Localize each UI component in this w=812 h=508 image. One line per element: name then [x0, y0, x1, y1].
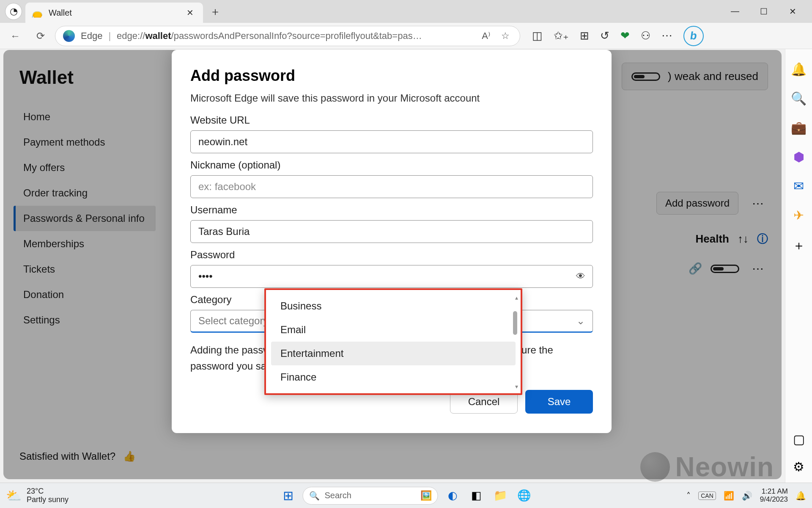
- nickname-input[interactable]: [190, 175, 593, 198]
- more-menu-icon[interactable]: ⋯: [661, 29, 672, 42]
- window-controls: — ☐ ✕: [725, 6, 812, 17]
- tab-title: Wallet: [49, 8, 177, 18]
- tray-notifications-icon[interactable]: 🔔: [796, 491, 806, 501]
- tray-volume-icon[interactable]: 🔊: [742, 491, 752, 501]
- favorite-star-icon[interactable]: ☆: [499, 30, 512, 41]
- page-content: Wallet HomePayment methodsMy offersOrder…: [3, 50, 782, 479]
- notification-bell-icon[interactable]: 🔔: [791, 62, 807, 77]
- search-highlight-icon: 🖼️: [420, 490, 432, 501]
- collections-icon[interactable]: ⊞: [580, 29, 589, 42]
- send-icon[interactable]: ✈: [793, 208, 804, 223]
- category-dropdown-popup: ▴ ▾ BusinessEmailEntertainmentFinance: [264, 288, 522, 395]
- category-option-finance[interactable]: Finance: [266, 365, 521, 389]
- close-tab-icon[interactable]: ✕: [183, 6, 197, 19]
- read-aloud-icon[interactable]: A⁾: [479, 30, 493, 41]
- add-sidebar-icon[interactable]: ＋: [793, 237, 805, 254]
- dialog-title: Add password: [190, 67, 593, 85]
- performance-icon[interactable]: ❤: [620, 29, 630, 42]
- url-label: Website URL: [190, 114, 593, 126]
- category-option-business[interactable]: Business: [266, 294, 521, 318]
- address-url: edge://wallet/passwordsAndPersonalInfo?s…: [117, 30, 473, 41]
- taskbar-app-copilot[interactable]: ◐: [444, 487, 462, 505]
- scroll-down-arrow-icon[interactable]: ▾: [515, 383, 518, 390]
- sidebar-settings-icon[interactable]: ⚙: [793, 459, 804, 474]
- website-url-input[interactable]: [190, 130, 593, 153]
- password-label: Password: [190, 249, 593, 261]
- tray-clock[interactable]: 1:21 AM 9/4/2023: [760, 488, 788, 503]
- tray-chevron-icon[interactable]: ˄: [686, 491, 691, 501]
- category-option-email[interactable]: Email: [266, 318, 521, 342]
- search-icon: 🔍: [309, 491, 320, 501]
- chevron-down-icon: ⌄: [576, 315, 585, 327]
- taskbar-weather[interactable]: ⛅ 23°C Partly sunny: [6, 487, 69, 504]
- category-option-entertainment[interactable]: Entertainment: [271, 342, 516, 365]
- sidebar-collapse-icon[interactable]: ▢: [793, 432, 805, 447]
- bing-sidebar-button[interactable]: b: [683, 26, 704, 46]
- maximize-button[interactable]: ☐: [754, 6, 774, 17]
- password-input[interactable]: [190, 265, 593, 288]
- office-icon[interactable]: ⬢: [793, 149, 804, 164]
- browser-toolbar: ← ⟳ Edge | edge://wallet/passwordsAndPer…: [0, 23, 812, 49]
- taskbar-app-edge[interactable]: 🌐: [515, 487, 533, 505]
- nickname-label: Nickname (optional): [190, 159, 593, 171]
- window-titlebar: ◔ 👝 Wallet ✕ ＋ — ☐ ✕: [0, 0, 812, 23]
- reveal-password-icon[interactable]: 👁: [576, 271, 585, 282]
- address-bar[interactable]: Edge | edge://wallet/passwordsAndPersona…: [55, 26, 520, 46]
- close-window-button[interactable]: ✕: [782, 6, 803, 17]
- history-icon[interactable]: ↺: [600, 29, 609, 42]
- browser-tab[interactable]: 👝 Wallet ✕: [25, 3, 203, 23]
- address-brand: Edge: [81, 30, 102, 41]
- favorites-icon[interactable]: ✩₊: [554, 29, 569, 42]
- back-button[interactable]: ←: [4, 25, 26, 47]
- tray-lang[interactable]: CAN: [698, 491, 716, 500]
- wallet-icon: 👝: [31, 7, 43, 18]
- new-tab-button[interactable]: ＋: [203, 4, 228, 19]
- dialog-subtitle: Microsoft Edge will save this password i…: [190, 92, 593, 104]
- outlook-icon[interactable]: ✉: [793, 179, 804, 193]
- taskbar-search[interactable]: 🔍 Search 🖼️: [303, 487, 438, 505]
- taskbar-app-taskview[interactable]: ◧: [468, 487, 486, 505]
- tray-wifi-icon[interactable]: 📶: [724, 491, 734, 501]
- refresh-button[interactable]: ⟳: [30, 25, 52, 47]
- scroll-up-arrow-icon[interactable]: ▴: [515, 294, 518, 301]
- search-icon[interactable]: 🔍: [791, 91, 807, 106]
- edge-logo-icon: [63, 30, 75, 42]
- app-logo-icon: ◔: [5, 3, 22, 20]
- windows-taskbar: ⛅ 23°C Partly sunny ⊞ 🔍 Search 🖼️ ◐ ◧ 📁 …: [0, 483, 812, 508]
- start-button[interactable]: ⊞: [280, 488, 297, 503]
- profile-icon[interactable]: ⚇: [641, 29, 650, 42]
- shopping-icon[interactable]: 💼: [791, 120, 807, 135]
- username-label: Username: [190, 204, 593, 216]
- split-screen-icon[interactable]: ◫: [532, 29, 543, 42]
- save-button[interactable]: Save: [525, 390, 593, 414]
- scrollbar-thumb[interactable]: [513, 311, 517, 335]
- minimize-button[interactable]: —: [725, 6, 745, 17]
- weather-icon: ⛅: [6, 488, 22, 503]
- taskbar-app-explorer[interactable]: 📁: [491, 487, 509, 505]
- system-tray: ˄ CAN 📶 🔊 1:21 AM 9/4/2023 🔔: [686, 488, 806, 503]
- edge-sidebar: 🔔 🔍 💼 ⬢ ✉ ✈ ＋ ▢ ⚙: [785, 49, 812, 483]
- username-input[interactable]: [190, 220, 593, 243]
